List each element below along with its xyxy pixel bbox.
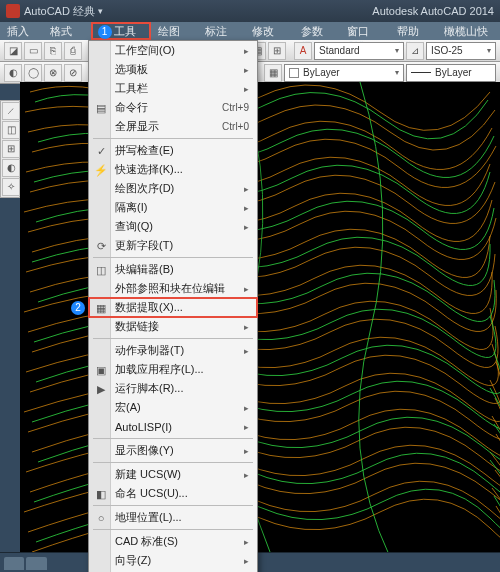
menu-item[interactable]: 帮助(H) [390,22,437,40]
submenu-arrow-icon: ▸ [244,84,249,94]
menu-entry-label: 命令行 [115,100,222,115]
submenu-arrow-icon: ▸ [244,222,249,232]
menu-entry[interactable]: 新建 UCS(W)▸ [89,465,257,484]
tool-icon[interactable]: ⎙ [64,42,82,60]
submenu-arrow-icon: ▸ [244,556,249,566]
tool-icon[interactable]: ▭ [24,42,42,60]
app-icon [6,4,20,18]
menu-item[interactable]: 标注(N) [198,22,245,40]
tool-icon[interactable]: ◫ [2,121,20,139]
menu-entry-label: 块编辑器(B) [115,262,249,277]
menu-entry-label: 加载应用程序(L)... [115,362,249,377]
menu-entry-label: 向导(Z) [115,553,244,568]
menu-item[interactable]: 参数(P) [294,22,341,40]
menu-entry[interactable]: 隔离(I)▸ [89,198,257,217]
menu-entry[interactable]: ▤命令行Ctrl+9 [89,98,257,117]
menu-entry-icon: ⟳ [93,238,109,254]
menu-entry-icon: ◧ [93,486,109,502]
workspace-dropdown-icon[interactable]: ▾ [98,6,103,16]
menu-entry[interactable]: ○地理位置(L)... [89,508,257,527]
menu-item[interactable]: 橄榄山快模 [437,22,500,40]
menu-item[interactable]: 窗口(W) [340,22,389,40]
tool-icon[interactable]: ◯ [24,64,42,82]
style-combo[interactable]: Standard▾ [314,42,404,60]
menu-entry-label: 显示图像(Y) [115,443,244,458]
menu-entry-icon: ▣ [93,362,109,378]
menu-entry[interactable]: ▣加载应用程序(L)... [89,360,257,379]
menu-entry-icon [93,553,109,569]
tool-icon[interactable]: ◪ [4,42,22,60]
menu-entry[interactable]: 全屏显示Ctrl+0 [89,117,257,136]
tool-icon[interactable]: ▦ [264,64,282,82]
menu-entry[interactable]: 显示图像(Y)▸ [89,441,257,460]
menu-item[interactable]: 插入(I) [0,22,43,40]
side-toolbar: ⟋ ◫ ⊞ ◐ ✧ [0,100,20,198]
menu-entry[interactable]: 宏(A)▸ [89,398,257,417]
menu-entry-icon [93,200,109,216]
menu-entry-label: 快速选择(K)... [115,162,249,177]
dim-combo[interactable]: ISO-25▾ [426,42,496,60]
menu-entry[interactable]: 工作空间(O)▸ [89,41,257,60]
menu-separator [93,529,253,530]
tool-icon[interactable]: ⎘ [44,42,62,60]
menu-entry-shortcut: Ctrl+0 [222,121,249,132]
menu-entry[interactable]: 向导(Z)▸ [89,551,257,570]
menu-item[interactable]: 修改(M) [245,22,293,40]
menubar: 插入(I)格式(O)1工具(T)绘图(D)标注(N)修改(M)参数(P)窗口(W… [0,22,500,40]
menu-entry-icon: ✓ [93,143,109,159]
tool-icon[interactable]: ✧ [2,178,20,196]
menu-entry-icon [93,419,109,435]
linetype-combo[interactable]: ByLayer [406,64,496,82]
menu-entry[interactable]: 动作录制器(T)▸ [89,341,257,360]
menu-entry[interactable]: ◧命名 UCS(U)... [89,484,257,503]
menu-entry[interactable]: AutoLISP(I)▸ [89,417,257,436]
layer-color-combo[interactable]: ByLayer▾ [284,64,404,82]
menu-entry[interactable]: ⚡快速选择(K)... [89,160,257,179]
menu-entry-icon [93,281,109,297]
menu-entry[interactable]: 2▦数据提取(X)... [89,298,257,317]
tool-icon[interactable]: ⊞ [2,140,20,158]
submenu-arrow-icon: ▸ [244,284,249,294]
model-tab[interactable] [4,557,24,570]
tool-icon[interactable]: ◐ [4,64,22,82]
menu-entry[interactable]: 选项板▸ [89,60,257,79]
menu-entry[interactable]: ▶运行脚本(R)... [89,379,257,398]
menu-entry[interactable]: ✓拼写检查(E) [89,141,257,160]
submenu-arrow-icon: ▸ [244,446,249,456]
menu-entry[interactable]: ◫块编辑器(B) [89,260,257,279]
tools-dropdown: 工作空间(O)▸选项板▸工具栏▸▤命令行Ctrl+9全屏显示Ctrl+0✓拼写检… [88,40,258,572]
menu-entry[interactable]: 绘图次序(D)▸ [89,179,257,198]
menu-entry[interactable]: 外部参照和块在位编辑▸ [89,279,257,298]
menu-entry-icon [93,400,109,416]
menu-separator [93,257,253,258]
menu-entry[interactable]: 查询(Q)▸ [89,217,257,236]
submenu-arrow-icon: ▸ [244,403,249,413]
menu-entry[interactable]: 工具栏▸ [89,79,257,98]
menu-entry-icon [93,443,109,459]
menu-entry-shortcut: Ctrl+9 [222,102,249,113]
submenu-arrow-icon: ▸ [244,422,249,432]
menu-entry[interactable]: 数据链接▸ [89,317,257,336]
tool-icon[interactable]: ⊞ [268,42,286,60]
menu-entry[interactable]: CAD 标准(S)▸ [89,532,257,551]
tool-icon[interactable]: ◐ [2,159,20,177]
tool-icon[interactable]: ⊘ [64,64,82,82]
menu-entry[interactable]: ⟳更新字段(T) [89,236,257,255]
tool-icon[interactable]: ⊗ [44,64,62,82]
menu-entry-label: 数据提取(X)... [115,300,249,315]
menu-entry-icon: ▤ [93,100,109,116]
menu-item[interactable]: 1工具(T) [91,22,151,40]
menu-entry-label: 更新字段(T) [115,238,249,253]
layout-tab[interactable] [26,557,46,570]
tool-icon[interactable]: A [294,42,312,60]
menu-entry-label: 工作空间(O) [115,43,244,58]
menu-entry-label: 绘图次序(D) [115,181,244,196]
tool-icon[interactable]: ⊿ [406,42,424,60]
menu-entry-label: 外部参照和块在位编辑 [115,281,244,296]
menu-item[interactable]: 绘图(D) [151,22,198,40]
tool-icon[interactable]: ⟋ [2,102,20,120]
menu-entry-icon [93,81,109,97]
submenu-arrow-icon: ▸ [244,184,249,194]
titlebar: AutoCAD 经典 ▾ Autodesk AutoCAD 2014 [0,0,500,22]
menu-item[interactable]: 格式(O) [43,22,91,40]
